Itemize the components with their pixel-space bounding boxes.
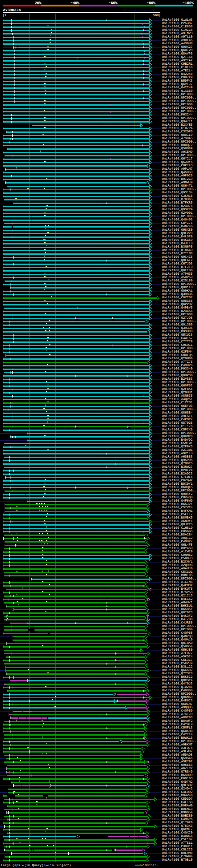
svg-text:(in Subject): (in Subject) — [48, 864, 71, 867]
svg-text:AlignView.pm Beta rel.7: AlignView.pm Beta rel.7 — [123, 9, 159, 12]
svg-text:~60%: ~60% — [109, 1, 118, 5]
svg-text:Large gaps:: Large gaps: — [1, 864, 22, 867]
svg-text:~40%: ~40% — [70, 1, 80, 5]
svg-text:|1: |1 — [2, 14, 6, 18]
svg-text:598|: 598| — [153, 14, 161, 18]
svg-text:(in Query)/: (in Query)/ — [24, 864, 45, 867]
svg-text:UniRef100_B7QB10: UniRef100_B7QB10 — [162, 858, 193, 862]
svg-text:20%: 20% — [35, 1, 41, 5]
svg-text:AV390324: AV390324 — [3, 8, 21, 12]
svg-text:~80%: ~80% — [146, 1, 156, 5]
svg-text:~100%: ~100% — [183, 1, 194, 5]
svg-text:=100char.: =100char. — [141, 864, 158, 867]
